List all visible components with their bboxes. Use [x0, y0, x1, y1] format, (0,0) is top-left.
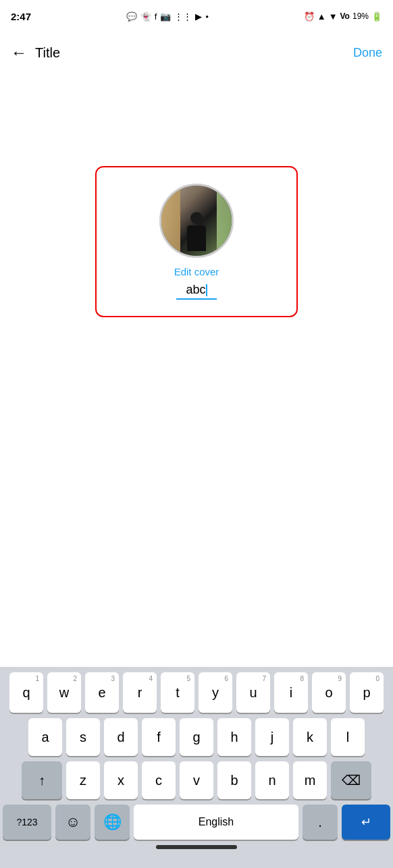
wifi-icon: ▼ — [329, 11, 338, 22]
emoji-key[interactable]: ☺ — [55, 805, 90, 840]
key-z[interactable]: z — [66, 761, 100, 799]
key-v[interactable]: v — [180, 761, 213, 799]
youtube-icon: ▶ — [195, 11, 202, 22]
key-m[interactable]: m — [293, 761, 327, 799]
person-head — [190, 212, 203, 224]
backspace-key[interactable]: ⌫ — [331, 761, 371, 799]
status-time: 2:47 — [11, 11, 31, 22]
status-notification-icons: 💬 👻 f 📷 ⋮⋮ ▶ ● — [126, 11, 209, 22]
title-card[interactable]: Edit cover abc — [95, 166, 298, 317]
keyboard-row-2: a s d f g h j k l — [3, 718, 390, 756]
title-input-value: abc — [186, 283, 205, 296]
text-cursor — [206, 284, 207, 296]
app-bar: ← Title Done — [0, 32, 393, 73]
key-h[interactable]: h — [217, 718, 251, 756]
key-k[interactable]: k — [293, 718, 327, 756]
key-e[interactable]: 3e — [85, 672, 119, 713]
keyboard-row-1: 1q 2w 3e 4r 5t 6y 7u 8i 9o 0p — [3, 672, 390, 713]
signal-icon: Vo — [340, 11, 350, 21]
edit-cover-button[interactable]: Edit cover — [174, 266, 219, 277]
space-key[interactable]: English — [134, 805, 298, 840]
snapchat-icon: 👻 — [140, 11, 151, 22]
battery-icon: 🔋 — [371, 11, 382, 22]
back-button[interactable]: ← — [11, 43, 27, 62]
instagram-icon: 📷 — [160, 11, 171, 22]
key-c[interactable]: c — [142, 761, 176, 799]
status-system-icons: ⏰ ▲ ▼ Vo 19% 🔋 — [304, 11, 382, 22]
alarm-icon: ⏰ — [304, 11, 315, 22]
person-silhouette — [183, 212, 210, 252]
key-s[interactable]: s — [66, 718, 100, 756]
app-bar-title: Title — [35, 45, 60, 61]
bluetooth-icon: ▲ — [317, 11, 326, 22]
key-f[interactable]: f — [142, 718, 176, 756]
shelf-left-decoration — [161, 186, 180, 256]
key-d[interactable]: d — [104, 718, 138, 756]
key-p[interactable]: 0p — [350, 672, 384, 713]
key-x[interactable]: x — [104, 761, 138, 799]
key-i[interactable]: 8i — [274, 672, 308, 713]
key-u[interactable]: 7u — [236, 672, 270, 713]
key-g[interactable]: g — [180, 718, 213, 756]
home-indicator — [156, 845, 237, 849]
battery-label: 19% — [352, 11, 369, 21]
keyboard-row-3: ↑ z x c v b n m ⌫ — [3, 761, 390, 799]
main-content: Edit cover abc — [0, 73, 393, 410]
message-icon: 💬 — [126, 11, 137, 22]
dot-icon: ● — [205, 13, 209, 20]
key-b[interactable]: b — [217, 761, 251, 799]
facebook-icon: f — [155, 11, 157, 22]
avatar-circle[interactable] — [159, 184, 234, 258]
language-key[interactable]: 🌐 — [95, 805, 130, 840]
key-y[interactable]: 6y — [199, 672, 232, 713]
done-button[interactable]: Done — [353, 46, 382, 60]
shelf-right-decoration — [217, 186, 232, 256]
enter-key[interactable]: ↵ — [342, 805, 390, 840]
key-n[interactable]: n — [255, 761, 289, 799]
avatar-image — [161, 186, 232, 256]
status-bar: 2:47 💬 👻 f 📷 ⋮⋮ ▶ ● ⏰ ▲ ▼ Vo 19% 🔋 — [0, 0, 393, 32]
keyboard: 1q 2w 3e 4r 5t 6y 7u 8i 9o 0p a s — [0, 667, 393, 868]
key-q[interactable]: 1q — [9, 672, 43, 713]
key-w[interactable]: 2w — [47, 672, 81, 713]
key-o[interactable]: 9o — [312, 672, 346, 713]
numbers-key[interactable]: ?123 — [3, 805, 51, 840]
grid-icon: ⋮⋮ — [174, 11, 192, 22]
key-r[interactable]: 4r — [123, 672, 157, 713]
key-a[interactable]: a — [28, 718, 62, 756]
key-l[interactable]: l — [331, 718, 365, 756]
key-t[interactable]: 5t — [161, 672, 194, 713]
shift-key[interactable]: ↑ — [22, 761, 62, 799]
period-key[interactable]: . — [303, 805, 338, 840]
keyboard-row-bottom: ?123 ☺ 🌐 English . ↵ — [3, 805, 390, 840]
person-body — [187, 225, 206, 251]
app-bar-left: ← Title — [11, 43, 60, 62]
title-input[interactable]: abc — [176, 283, 217, 300]
key-j[interactable]: j — [255, 718, 289, 756]
